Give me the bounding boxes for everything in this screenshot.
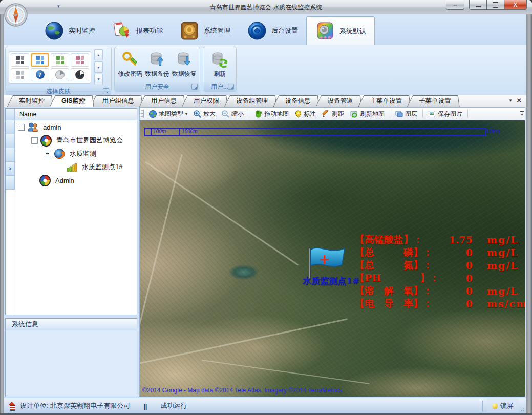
hand-icon: [254, 110, 262, 118]
toolbar-overflow-button[interactable]: ▾: [520, 111, 524, 117]
ribbon-group-user-security: 修改密码 数据备份 数据恢复: [114, 47, 200, 92]
minimize-button[interactable]: [469, 0, 486, 10]
toolbar-grip[interactable]: [141, 110, 144, 118]
title-bar[interactable]: 青岛市世界园艺博览会 水质在线监控系统 ⇔ X: [0, 0, 532, 15]
doc-tab-user-groups[interactable]: 用户组信息: [91, 95, 143, 107]
map-road: [140, 154, 183, 363]
zoom-in-icon: [194, 110, 201, 118]
app-menu-button[interactable]: N S: [4, 3, 28, 27]
map-scale-bar: 100m 1000m 10Km: [144, 128, 486, 136]
doc-tab-main-menu[interactable]: 主菜单设置: [358, 95, 411, 107]
indicator-cell[interactable]: [6, 120, 15, 134]
skin-option-pie-dark[interactable]: [71, 68, 89, 81]
skin-option-gray[interactable]: [11, 68, 29, 81]
water-quality-readings: 【高锰酸盐】：1.75mg/L 【总 磷】：0mg/L 【总 氮】：0mg/L …: [355, 233, 525, 310]
ribbon-tab-realtime[interactable]: 实时监控: [36, 16, 103, 45]
indicator-cell[interactable]: [6, 148, 15, 162]
skin-option-blue[interactable]: [31, 53, 49, 67]
layers-button[interactable]: 图层: [393, 109, 420, 119]
data-restore-button[interactable]: 数据恢复: [172, 51, 197, 78]
tree-node-admin2[interactable]: Admin: [15, 174, 137, 187]
close-button[interactable]: X: [504, 0, 527, 10]
map-canvas[interactable]: 100m 1000m 10Km 水质监测点1#: [140, 120, 525, 397]
tree-node-admin[interactable]: admin: [15, 120, 137, 134]
ribbon-tab-system-admin[interactable]: 系统管理: [171, 16, 239, 45]
ribbon-tab-bar: 实时监控 报表功能 系统管理: [4, 14, 526, 45]
resize-grip[interactable]: [519, 406, 525, 412]
skin-scroll-down-button[interactable]: ▼: [94, 61, 103, 73]
skin-gallery-more-button[interactable]: ▼: [94, 74, 103, 85]
reading-permanganate: 【高锰酸盐】：1.75mg/L: [355, 233, 525, 246]
indicator-cell[interactable]: [6, 134, 15, 148]
doc-tab-gis[interactable]: GIS监控: [50, 95, 94, 107]
maximize-icon: [493, 2, 498, 8]
lock-screen-button[interactable]: 锁屏: [487, 398, 519, 413]
indicator-cell[interactable]: [6, 176, 15, 190]
maximize-button[interactable]: [486, 0, 504, 10]
skin-option-pink[interactable]: [71, 53, 89, 67]
tree-node-monitor-point[interactable]: 水质监测点1#: [15, 160, 137, 174]
pencil-icon: [322, 110, 330, 118]
doc-tab-realtime[interactable]: 实时监控: [7, 95, 53, 107]
skin-dark-icon: [16, 56, 24, 64]
ribbon-tab-reports[interactable]: 报表功能: [103, 16, 171, 45]
ribbon-group-skins: 7 ▲ ▼ ▼ 选择皮肤: [5, 47, 112, 92]
save-image-button[interactable]: 保存图片: [425, 109, 465, 119]
tree-node-water-quality[interactable]: 水质监测: [15, 147, 137, 160]
toolbar-separator: [422, 110, 423, 118]
skin-option-dark[interactable]: [11, 53, 29, 67]
dialog-launcher-icon[interactable]: [103, 88, 109, 94]
map-type-button[interactable]: 地图类型 ▾: [146, 109, 190, 119]
company-label: 设计单位: 北京聚英翱翔电子有限公司: [20, 401, 130, 410]
annotate-button[interactable]: 标注: [292, 109, 318, 119]
pan-map-button[interactable]: 拖动地图: [252, 109, 291, 119]
quick-access-caret-icon[interactable]: ▾: [57, 4, 60, 9]
doc-tab-device-groups[interactable]: 设备组管理: [224, 95, 277, 107]
dialog-launcher-icon[interactable]: [191, 84, 198, 90]
status-divider: [482, 401, 483, 411]
tree-column-header[interactable]: Name: [15, 109, 137, 120]
tree-node-expo[interactable]: 青岛市世界园艺博览会: [15, 134, 137, 147]
tab-close-icon[interactable]: ×: [517, 96, 521, 105]
tab-list-caret-icon[interactable]: ▾: [509, 98, 512, 103]
ribbon-tab-backend[interactable]: 后台设置: [239, 16, 306, 45]
globe-fire-icon: [54, 149, 65, 159]
group-label-skins: 选择皮肤: [6, 87, 111, 96]
running-status: 成功运行: [161, 401, 187, 410]
doc-tab-device-info[interactable]: 设备信息: [273, 95, 320, 107]
doc-tab-device-pipes[interactable]: 设备管道: [316, 95, 362, 107]
ribbon-tab-label: 系统管理: [204, 26, 230, 35]
doc-tab-sub-menu[interactable]: 子菜单设置: [407, 95, 460, 107]
collapse-icon[interactable]: [31, 137, 38, 144]
dialog-launcher-icon[interactable]: [228, 84, 234, 90]
refresh-map-button[interactable]: 刷新地图: [348, 109, 387, 119]
marker-label[interactable]: 水质监测点1#: [303, 275, 359, 287]
skin-scroll-up-button[interactable]: ▲: [94, 49, 103, 60]
skin-option-pie-light[interactable]: [51, 68, 69, 81]
doc-tab-user-rights[interactable]: 用户权限: [182, 95, 228, 107]
skin-blue-icon: [36, 56, 44, 64]
data-backup-button[interactable]: 数据备份: [145, 51, 170, 78]
medallion-icon: [179, 20, 200, 41]
skin-option-seven[interactable]: 7: [31, 68, 49, 81]
change-password-button[interactable]: 修改密码: [118, 51, 143, 78]
skin-option-green[interactable]: [51, 53, 69, 67]
document-tab-bar: 实时监控 GIS监控 用户组信息 用户信息 用户权限 设备组管理 设备信息 设备…: [4, 95, 526, 107]
map-pin-icon: [295, 110, 302, 118]
zoom-in-button[interactable]: 放大: [191, 109, 218, 119]
window-border: [526, 14, 532, 415]
map-road: [202, 360, 369, 384]
database-down-icon: [176, 51, 193, 68]
map-toolbar: 地图类型 ▾ 放大 缩小 拖动地图: [140, 108, 525, 120]
resize-button[interactable]: ⇔: [446, 0, 464, 10]
indicator-cell-focused[interactable]: >: [6, 162, 15, 176]
collapse-icon[interactable]: [45, 151, 51, 157]
refresh-button[interactable]: 刷新: [206, 51, 233, 78]
zoom-out-button[interactable]: 缩小: [219, 109, 246, 119]
ribbon-tab-system-default[interactable]: 系统默认: [306, 16, 375, 45]
doc-tab-user-info[interactable]: 用户信息: [139, 95, 185, 107]
system-info-header[interactable]: 系统信息: [6, 319, 137, 330]
collapse-icon[interactable]: [18, 124, 25, 131]
ribbon-tab-label: 系统默认: [339, 27, 366, 36]
measure-button[interactable]: 测距: [320, 109, 347, 119]
